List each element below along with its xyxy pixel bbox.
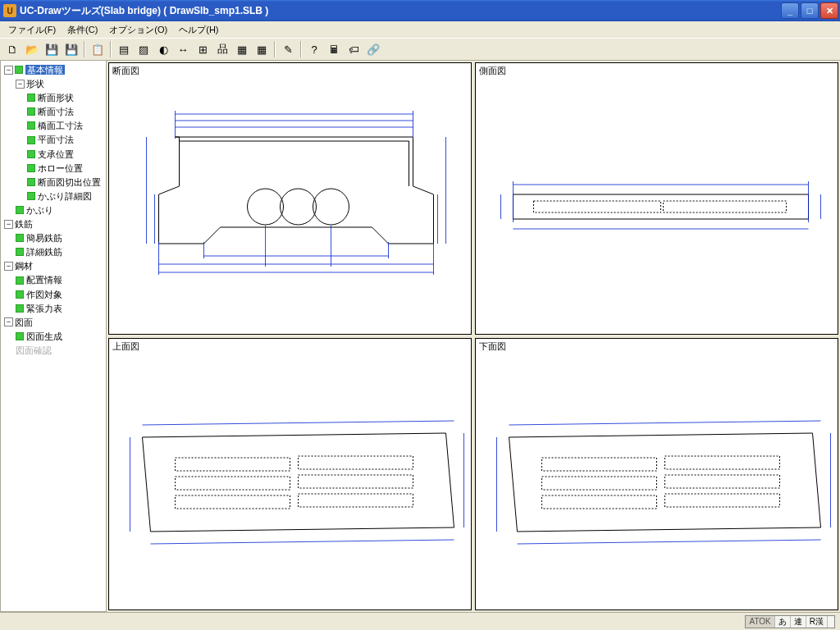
tree-item-label[interactable]: 詳細鉄筋 bbox=[26, 247, 62, 257]
tree-item-label[interactable]: 断面寸法 bbox=[38, 107, 74, 116]
menu-options[interactable]: オプション(O) bbox=[104, 22, 172, 38]
menu-conditions[interactable]: 条件(C) bbox=[62, 22, 103, 38]
collapse-icon[interactable]: − bbox=[4, 317, 13, 326]
ime-mode-3[interactable]: R漢 bbox=[806, 616, 828, 628]
view-cross-section[interactable]: 断面図 bbox=[108, 62, 472, 335]
tree-item[interactable]: ホロー位置 bbox=[27, 161, 104, 175]
menu-help[interactable]: ヘルプ(H) bbox=[174, 22, 223, 38]
help-button[interactable]: ? bbox=[305, 40, 323, 58]
tree-item-label[interactable]: かぶり詳細図 bbox=[38, 191, 92, 201]
tree-drawing-label[interactable]: 図面 bbox=[15, 317, 33, 327]
view-title: 上面図 bbox=[112, 340, 139, 353]
svg-rect-45 bbox=[665, 494, 780, 507]
tree-item[interactable]: 作図対象 bbox=[16, 287, 104, 301]
view-top[interactable]: 上面図 bbox=[108, 338, 472, 610]
ime-mode-2[interactable]: 連 bbox=[791, 616, 806, 628]
tree-item-label[interactable]: 図面確認 bbox=[16, 345, 52, 355]
properties-button[interactable]: 📋 bbox=[89, 40, 107, 58]
svg-rect-41 bbox=[665, 456, 780, 469]
tree-steel[interactable]: −鋼材 配置情報作図対象緊張力表 bbox=[4, 258, 104, 314]
tree-steel-label[interactable]: 鋼材 bbox=[15, 261, 33, 271]
node-icon bbox=[27, 107, 35, 116]
view4-button[interactable]: ↔ bbox=[174, 40, 192, 58]
collapse-icon[interactable]: − bbox=[4, 220, 13, 229]
view7-button[interactable]: ▦ bbox=[233, 40, 251, 58]
open-button[interactable]: 📂 bbox=[23, 40, 41, 58]
tree-shape[interactable]: −形状 断面形状断面寸法橋面工寸法平面寸法支承位置ホロー位置断面図切出位置かぶり… bbox=[16, 76, 104, 203]
node-icon bbox=[27, 136, 35, 144]
tree-item-label[interactable]: 平面寸法 bbox=[38, 135, 74, 145]
collapse-icon[interactable]: − bbox=[4, 262, 13, 271]
ime-mode-1[interactable]: あ bbox=[775, 616, 791, 628]
tree-item-label[interactable]: 支承位置 bbox=[38, 149, 74, 159]
maximize-button[interactable]: □ bbox=[801, 2, 819, 19]
window-controls: _ □ ✕ bbox=[781, 2, 838, 19]
tree-item-label[interactable]: 断面図切出位置 bbox=[38, 177, 101, 187]
print-button[interactable]: 🏷 bbox=[345, 40, 363, 58]
tree-item-label[interactable]: 図面生成 bbox=[26, 331, 62, 341]
tree-item[interactable]: 断面形状 bbox=[27, 90, 104, 104]
tree-item-label[interactable]: 作図対象 bbox=[26, 290, 62, 299]
tree-item[interactable]: 断面図切出位置 bbox=[27, 175, 104, 189]
tree-item-label[interactable]: 配置情報 bbox=[26, 276, 62, 285]
svg-point-2 bbox=[313, 189, 349, 225]
node-icon bbox=[16, 304, 24, 313]
new-button[interactable]: 🗋 bbox=[3, 40, 21, 58]
tree-drawing[interactable]: −図面 図面生成図面確認 bbox=[4, 315, 104, 357]
edit-button[interactable]: ✎ bbox=[279, 40, 297, 58]
toolbar-separator bbox=[300, 41, 302, 57]
svg-rect-43 bbox=[665, 475, 780, 488]
ime-mode-4[interactable] bbox=[828, 616, 834, 628]
save-button[interactable]: 💾 bbox=[43, 40, 61, 58]
collapse-icon[interactable]: − bbox=[4, 66, 13, 75]
menu-file[interactable]: ファイル(F) bbox=[3, 22, 61, 38]
save-as-button[interactable]: 💾 bbox=[62, 40, 80, 58]
tree-rebar-label[interactable]: 鉄筋 bbox=[15, 219, 33, 229]
tree-item[interactable]: 橋面工寸法 bbox=[27, 118, 104, 132]
window-titlebar: U UC-Drawツールズ(Slab bridge) ( DrawSlb_smp… bbox=[0, 0, 840, 21]
link-button[interactable]: 🔗 bbox=[364, 40, 382, 58]
tree-shape-label[interactable]: 形状 bbox=[26, 79, 44, 89]
ime-indicator[interactable]: ATOK あ 連 R漢 bbox=[745, 615, 835, 628]
tree-item-label[interactable]: 緊張力表 bbox=[26, 304, 62, 313]
toolbar-separator bbox=[84, 41, 85, 57]
tree-item[interactable]: 緊張力表 bbox=[16, 301, 104, 315]
view3-button[interactable]: ◐ bbox=[154, 40, 172, 58]
node-icon bbox=[27, 192, 35, 200]
view8-button[interactable]: ▦ bbox=[253, 40, 271, 58]
tree-item[interactable]: 詳細鉄筋 bbox=[16, 244, 104, 258]
window-title: UC-Drawツールズ(Slab bridge) ( DrawSlb_smp1.… bbox=[20, 4, 781, 18]
tree-cover-label[interactable]: かぶり bbox=[26, 205, 53, 215]
tree-item[interactable]: かぶり詳細図 bbox=[27, 189, 104, 203]
minimize-button[interactable]: _ bbox=[781, 2, 799, 19]
view-bottom[interactable]: 下面図 bbox=[475, 338, 838, 610]
tree-item[interactable]: 簡易鉄筋 bbox=[16, 231, 104, 244]
tree-rebar[interactable]: −鉄筋 簡易鉄筋詳細鉄筋 bbox=[4, 217, 104, 258]
tree-item-label[interactable]: 簡易鉄筋 bbox=[26, 233, 62, 243]
tree-root-label[interactable]: 基本情報 bbox=[25, 65, 65, 75]
tree-item[interactable]: 図面確認 bbox=[16, 343, 104, 357]
view5-button[interactable]: ⊞ bbox=[194, 40, 212, 58]
tree-root[interactable]: −基本情報 −形状 断面形状断面寸法橋面工寸法平面寸法支承位置ホロー位置断面図切… bbox=[4, 62, 104, 217]
tree-item-label[interactable]: 橋面工寸法 bbox=[38, 121, 83, 130]
view6-button[interactable]: 品 bbox=[213, 40, 231, 58]
node-icon bbox=[27, 164, 35, 172]
close-button[interactable]: ✕ bbox=[820, 2, 838, 19]
view2-button[interactable]: ▨ bbox=[135, 40, 153, 58]
calc-button[interactable]: 🖩 bbox=[325, 40, 343, 58]
tree-item-label[interactable]: ホロー位置 bbox=[38, 163, 83, 173]
tree-pane[interactable]: −基本情報 −形状 断面形状断面寸法橋面工寸法平面寸法支承位置ホロー位置断面図切… bbox=[0, 61, 107, 612]
tree-item[interactable]: 図面生成 bbox=[16, 329, 104, 343]
tree-item[interactable]: 支承位置 bbox=[27, 147, 104, 161]
node-icon bbox=[16, 234, 24, 242]
tree-item-label[interactable]: 断面形状 bbox=[38, 93, 74, 103]
view-side[interactable]: 側面図 bbox=[475, 62, 838, 335]
tree-item[interactable]: 平面寸法 bbox=[27, 132, 104, 146]
collapse-icon[interactable]: − bbox=[16, 80, 25, 89]
tree-item[interactable]: 断面寸法 bbox=[27, 104, 104, 118]
tree-cover[interactable]: かぶり bbox=[16, 203, 104, 217]
view1-button[interactable]: ▤ bbox=[115, 40, 133, 58]
ime-engine[interactable]: ATOK bbox=[746, 616, 774, 628]
tree-item[interactable]: 配置情報 bbox=[16, 272, 104, 286]
svg-rect-30 bbox=[176, 458, 290, 471]
